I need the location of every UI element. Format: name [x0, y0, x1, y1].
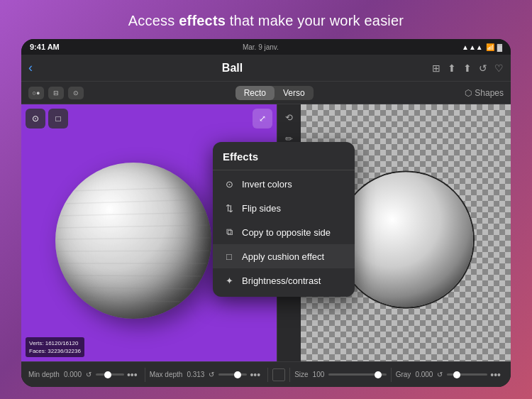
svg-line-5 — [57, 238, 210, 239]
view-mode-1[interactable]: ○● — [28, 87, 44, 99]
more-btn-3[interactable]: ••• — [487, 369, 504, 381]
max-depth-reset[interactable]: ↺ — [209, 371, 214, 378]
svg-line-9 — [68, 288, 199, 289]
app-title: Ball — [33, 62, 432, 75]
cushion-icon: □ — [223, 250, 235, 263]
title-bar-right: ⊞ ⬆ ⬆ ↺ ♡ — [432, 62, 504, 74]
svg-point-0 — [57, 164, 210, 317]
recto-verso-tabs: Recto Verso — [235, 86, 314, 100]
effect-cushion[interactable]: □ Apply cushion effect — [213, 244, 355, 268]
svg-line-3 — [59, 212, 208, 216]
color-swatch[interactable] — [272, 368, 285, 381]
signal-icon: ▲▲▲ — [462, 43, 483, 51]
brightness-icon: ✦ — [223, 274, 235, 287]
svg-line-1 — [70, 187, 197, 191]
3d-ball — [55, 163, 211, 319]
more-btn-2[interactable]: ••• — [247, 369, 263, 381]
canvas-btn-top-right: ⤢ — [253, 109, 272, 129]
effects-menu: Effects ⊙ Invert colors ⇅ Flip sides ⧉ C… — [213, 142, 355, 297]
gray-value: 0.000 — [415, 371, 433, 378]
3d-tool-2[interactable]: □ — [48, 109, 68, 129]
battery-icon: ▓ — [497, 43, 502, 51]
min-depth-label: Min depth — [28, 371, 60, 378]
min-depth-value: 0.000 — [64, 371, 82, 378]
more-btn-1[interactable]: ••• — [124, 369, 140, 381]
shapes-button[interactable]: ⬡ Shapes — [465, 88, 504, 98]
title-bar: ‹ Ball ⊞ ⬆ ⬆ ↺ ♡ — [21, 55, 511, 82]
max-depth-control: Max depth 0.313 ↺ — [150, 371, 248, 378]
status-date: Mar. 9 janv. — [243, 43, 279, 51]
view-mode-3[interactable]: ⊙ — [68, 87, 84, 99]
refresh-icon[interactable]: ↺ — [479, 62, 487, 74]
ipad-frame: 9:41 AM Mar. 9 janv. ▲▲▲ 📶 ▓ ‹ Ball ⊞ ⬆ … — [21, 39, 511, 387]
grid-icon[interactable]: ⊞ — [432, 62, 440, 74]
download-icon[interactable]: ⬆ — [448, 62, 456, 74]
gray-slider[interactable] — [447, 373, 487, 376]
size-value: 100 — [313, 371, 325, 378]
min-depth-reset[interactable]: ↺ — [86, 371, 92, 378]
tabs-left: ○● ⊟ ⊙ — [28, 87, 84, 99]
wifi-icon: 📶 — [486, 43, 494, 51]
gradient-ball — [338, 173, 473, 307]
flip-icon: ⇅ — [223, 202, 235, 214]
effect-copy-opposite[interactable]: ⧉ Copy to opposite side — [213, 220, 355, 244]
headline: Access effects that make your work easie… — [128, 13, 404, 29]
tabs-row: ○● ⊟ ⊙ Recto Verso ⬡ Shapes — [21, 82, 511, 104]
view-mode-2[interactable]: ⊟ — [48, 87, 64, 99]
min-depth-control: Min depth 0.000 ↺ — [28, 371, 124, 378]
shapes-icon: ⬡ — [465, 88, 472, 98]
gray-label: Gray — [396, 371, 411, 378]
stats-overlay: Verts: 16120/16120 Faces: 32236/32236 — [26, 337, 84, 357]
status-icons: ▲▲▲ 📶 ▓ — [462, 43, 502, 51]
max-depth-label: Max depth — [150, 371, 183, 378]
size-label: Size — [294, 371, 308, 378]
share-icon[interactable]: ⬆ — [463, 62, 472, 74]
headline-bold: effects — [179, 13, 226, 28]
svg-line-8 — [61, 275, 206, 276]
status-time: 9:41 AM — [30, 43, 60, 51]
heart-icon[interactable]: ♡ — [494, 62, 504, 74]
gray-control: Gray 0.000 ↺ — [396, 371, 488, 378]
svg-line-10 — [84, 300, 184, 302]
svg-line-4 — [57, 225, 210, 228]
invert-icon: ⊙ — [223, 177, 235, 190]
size-control: Size 100 — [294, 371, 387, 378]
tab-verso[interactable]: Verso — [275, 86, 314, 100]
fullscreen-button[interactable]: ⤢ — [253, 109, 272, 129]
tool-rotate[interactable]: ⟲ — [279, 107, 299, 127]
bottom-bar: Min depth 0.000 ↺ ••• Max depth 0.313 ↺ … — [21, 361, 511, 387]
main-area: ⊙ □ ⤢ — [21, 104, 511, 361]
copy-icon: ⧉ — [223, 226, 235, 239]
max-depth-value: 0.313 — [187, 371, 204, 378]
min-depth-slider[interactable] — [96, 373, 124, 376]
size-slider[interactable] — [328, 373, 386, 376]
canvas-toolbar-top: ⊙ □ — [26, 109, 68, 129]
effects-title: Effects — [213, 151, 355, 168]
max-depth-slider[interactable] — [218, 373, 247, 376]
effect-brightness[interactable]: ✦ Brightness/contrast — [213, 268, 355, 293]
effect-invert-colors[interactable]: ⊙ Invert colors — [213, 172, 355, 196]
effect-flip-sides[interactable]: ⇅ Flip sides — [213, 196, 355, 220]
gray-reset[interactable]: ↺ — [437, 371, 443, 378]
tab-recto[interactable]: Recto — [235, 86, 275, 100]
status-bar: 9:41 AM Mar. 9 janv. ▲▲▲ 📶 ▓ — [21, 39, 511, 55]
svg-line-2 — [62, 200, 204, 204]
3d-tool-1[interactable]: ⊙ — [26, 109, 45, 129]
svg-line-6 — [57, 251, 210, 251]
